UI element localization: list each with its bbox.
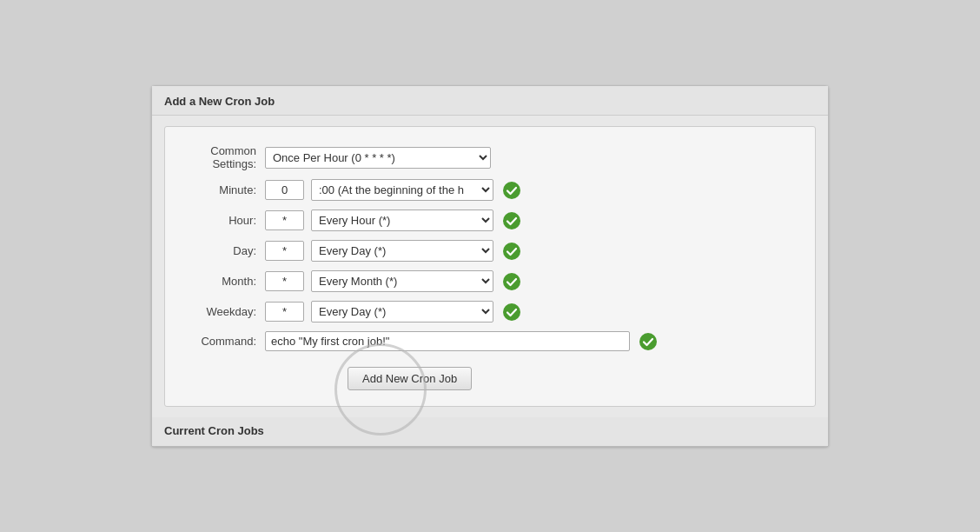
svg-point-5 [639, 333, 657, 350]
minute-select[interactable]: :00 (At the beginning of the h [311, 179, 493, 201]
month-row: Month: Every Month (*) [182, 270, 798, 292]
add-button-label: Add New Cron Job [362, 372, 457, 385]
hour-fields: Every Hour (*) [265, 209, 521, 231]
command-check-icon [639, 332, 658, 351]
add-section-header: Add a New Cron Job [152, 86, 828, 116]
cron-panel: Add a New Cron Job Common Settings: Once… [151, 85, 829, 447]
day-input[interactable] [265, 241, 304, 261]
common-settings-select[interactable]: Once Per Hour (0 * * * *) [265, 147, 491, 169]
hour-row: Hour: Every Hour (*) [182, 209, 798, 231]
command-input[interactable] [265, 331, 630, 351]
month-fields: Every Month (*) [265, 270, 521, 292]
svg-point-4 [503, 303, 520, 321]
current-section-header: Current Cron Jobs [152, 417, 828, 446]
month-label: Month: [182, 275, 265, 288]
hour-input[interactable] [265, 210, 304, 230]
add-button-container: Add New Cron Job [265, 360, 472, 390]
hour-label: Hour: [182, 214, 265, 227]
minute-label: Minute: [182, 183, 265, 196]
weekday-select[interactable]: Every Day (*) [311, 301, 493, 323]
common-settings-row: Common Settings: Once Per Hour (0 * * * … [182, 144, 798, 170]
svg-point-2 [503, 243, 520, 260]
current-section-title: Current Cron Jobs [164, 424, 264, 437]
minute-input[interactable] [265, 180, 304, 200]
day-row: Day: Every Day (*) [182, 240, 798, 262]
add-section-body: Common Settings: Once Per Hour (0 * * * … [164, 126, 816, 407]
month-select[interactable]: Every Month (*) [311, 270, 493, 292]
minute-fields: :00 (At the beginning of the h [265, 179, 521, 201]
add-cron-job-button[interactable]: Add New Cron Job [348, 367, 472, 390]
month-check-icon [502, 272, 521, 291]
command-label: Command: [182, 335, 265, 348]
day-check-icon [502, 242, 521, 261]
add-section-title: Add a New Cron Job [164, 95, 275, 108]
svg-point-0 [503, 182, 520, 199]
svg-point-1 [503, 212, 520, 229]
command-row: Command: [182, 331, 798, 351]
weekday-label: Weekday: [182, 305, 265, 318]
hour-check-icon [502, 211, 521, 230]
svg-point-3 [503, 273, 520, 290]
day-label: Day: [182, 244, 265, 257]
day-fields: Every Day (*) [265, 240, 521, 262]
weekday-input[interactable] [265, 302, 304, 322]
minute-row: Minute: :00 (At the beginning of the h [182, 179, 798, 201]
weekday-check-icon [502, 303, 521, 322]
month-input[interactable] [265, 271, 304, 291]
weekday-fields: Every Day (*) [265, 301, 521, 323]
hour-select[interactable]: Every Hour (*) [311, 209, 493, 231]
weekday-row: Weekday: Every Day (*) [182, 301, 798, 323]
minute-check-icon [502, 181, 521, 200]
day-select[interactable]: Every Day (*) [311, 240, 493, 262]
command-fields [265, 331, 658, 351]
common-settings-label: Common Settings: [182, 144, 265, 170]
